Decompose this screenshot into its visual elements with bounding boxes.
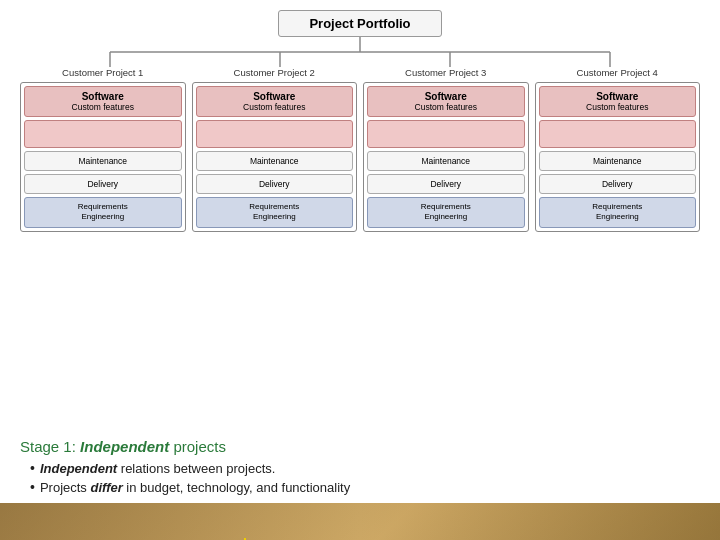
stage-bullet-1: Independent relations between projects. [30, 460, 700, 476]
project-4-delivery: Delivery [539, 174, 697, 194]
project-2-label: Customer Project 2 [234, 67, 315, 78]
project-4-req: RequirementsEngineering [539, 197, 697, 228]
project-2-sw-title: Software [200, 91, 350, 102]
strip-overlay [0, 503, 720, 540]
stage-title: Stage 1: Independent projects [20, 438, 700, 455]
project-1-sw-title: Software [28, 91, 178, 102]
project-1-maintenance: Maintenance [24, 151, 182, 171]
project-4-software: Software Custom features [539, 86, 697, 117]
project-3-sw-title: Software [371, 91, 521, 102]
project-1-software: Software Custom features [24, 86, 182, 117]
bullet-1-rest: relations between projects. [117, 461, 275, 476]
project-col-2: Customer Project 2 Software Custom featu… [192, 67, 358, 232]
stage-bullets: Independent relations between projects. … [20, 460, 700, 495]
project-3-maintenance: Maintenance [367, 151, 525, 171]
project-2-card: Software Custom features Maintenance Del… [192, 82, 358, 232]
portfolio-title: Project Portfolio [278, 10, 441, 37]
project-4-sw-title: Software [543, 91, 693, 102]
sun-icon [220, 533, 270, 540]
project-col-3: Customer Project 3 Software Custom featu… [363, 67, 529, 232]
project-3-label: Customer Project 3 [405, 67, 486, 78]
stage-title-rest: projects [169, 438, 226, 455]
project-3-sw-sub: Custom features [371, 102, 521, 112]
portfolio-box: Project Portfolio [20, 10, 700, 37]
project-2-req: RequirementsEngineering [196, 197, 354, 228]
project-3-card: Software Custom features Maintenance Del… [363, 82, 529, 232]
project-2-maintenance: Maintenance [196, 151, 354, 171]
tree-lines [20, 37, 700, 67]
project-1-sw-sub: Custom features [28, 102, 178, 112]
project-1-card: Software Custom features Maintenance Del… [20, 82, 186, 232]
project-4-feature [539, 120, 697, 148]
stage-title-normal: Stage 1: [20, 438, 80, 455]
stage-title-italic: Independent [80, 438, 169, 455]
project-4-sw-sub: Custom features [543, 102, 693, 112]
project-1-req: RequirementsEngineering [24, 197, 182, 228]
bullet-2-italic: differ [90, 480, 122, 495]
project-1-feature [24, 120, 182, 148]
bullet-2-normal: Projects [40, 480, 91, 495]
project-col-4: Customer Project 4 Software Custom featu… [535, 67, 701, 232]
project-3-req: RequirementsEngineering [367, 197, 525, 228]
project-1-delivery: Delivery [24, 174, 182, 194]
bullet-2-rest: in budget, technology, and functionality [123, 480, 350, 495]
bullet-1-italic: Independent [40, 461, 117, 476]
project-2-software: Software Custom features [196, 86, 354, 117]
stage-bullet-2: Projects differ in budget, technology, a… [30, 479, 700, 495]
projects-row: Customer Project 1 Software Custom featu… [20, 67, 700, 232]
project-3-delivery: Delivery [367, 174, 525, 194]
project-3-feature [367, 120, 525, 148]
main-content: Project Portfolio Customer Project 1 Sof… [0, 0, 720, 430]
project-3-software: Software Custom features [367, 86, 525, 117]
project-4-card: Software Custom features Maintenance Del… [535, 82, 701, 232]
project-2-feature [196, 120, 354, 148]
project-2-delivery: Delivery [196, 174, 354, 194]
bottom-strip [0, 503, 720, 540]
project-1-label: Customer Project 1 [62, 67, 143, 78]
project-4-maintenance: Maintenance [539, 151, 697, 171]
project-col-1: Customer Project 1 Software Custom featu… [20, 67, 186, 232]
project-4-label: Customer Project 4 [577, 67, 658, 78]
stage-section: Stage 1: Independent projects Independen… [0, 430, 720, 503]
project-2-sw-sub: Custom features [200, 102, 350, 112]
